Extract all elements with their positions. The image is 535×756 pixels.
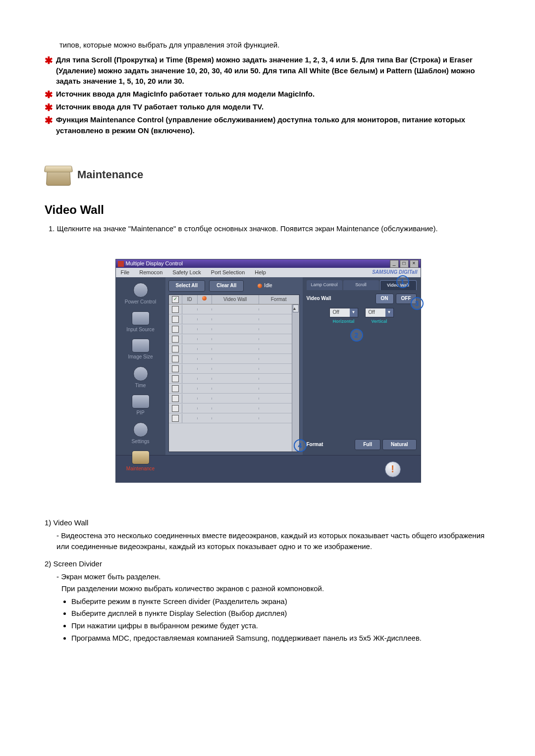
table-row[interactable] (169, 394, 299, 403)
scrollbar[interactable]: ▴ (292, 304, 299, 452)
note-row: ✱ Функция Maintenance Control (управлени… (45, 114, 490, 136)
item-1-dash: - Видеостена это несколько соединенных в… (56, 530, 490, 552)
bullet-item: Выберите режим в пункте Screen divider (… (71, 596, 490, 607)
menu-port-selection[interactable]: Port Selection (206, 269, 250, 277)
power-icon (133, 283, 148, 298)
tab-lamp-control[interactable]: Lamp Control (307, 280, 342, 290)
sidebar-item-power-control[interactable]: Power Control (121, 283, 160, 306)
scroll-thumb[interactable]: ▴ (293, 304, 299, 312)
clear-all-button[interactable]: Clear All (209, 280, 244, 292)
table-row[interactable] (169, 334, 299, 344)
sidebar-item-input-source[interactable]: Input Source (121, 311, 160, 334)
vertical-label: Vertical (371, 318, 387, 325)
chevron-down-icon: ▼ (350, 308, 358, 317)
sidebar-item-time[interactable]: Time (121, 366, 160, 390)
sidebar-item-maintenance[interactable]: Maintenance (121, 451, 160, 473)
note-text: Источник ввода для TV работает только дл… (56, 101, 490, 112)
input-source-icon (132, 311, 150, 325)
col-status[interactable] (198, 295, 212, 304)
chevron-down-icon: ▼ (385, 308, 393, 317)
divider-row: Off ▼ Horizontal Off ▼ Vertical (307, 308, 417, 325)
menu-file[interactable]: File (116, 269, 135, 277)
table-row[interactable] (169, 314, 299, 324)
sidebar: Power Control Input Source Image Size Ti… (116, 277, 165, 455)
table-row[interactable] (169, 403, 299, 413)
star-icon: ✱ (45, 90, 53, 100)
table-row[interactable] (169, 344, 299, 354)
note-row: ✱ Источник ввода для MagicInfo работает … (45, 89, 490, 100)
window-title: Multiple Display Control (126, 260, 183, 268)
sidebar-item-pip[interactable]: PIP (121, 395, 160, 417)
bullet-item: Программа MDC, предоставляемая компанией… (71, 633, 490, 644)
brand-label: SAMSUNG DIGITall (372, 269, 417, 276)
intro-text: типов, которые можно выбрать для управле… (59, 40, 490, 50)
idle-indicator: Idle (258, 282, 272, 290)
menubar: File Remocon Safety Lock Port Selection … (116, 268, 421, 277)
item-2-num: 2) (45, 559, 51, 568)
maintenance-icon (132, 451, 150, 464)
minimize-button[interactable]: _ (390, 260, 399, 268)
table-row[interactable] (169, 384, 299, 394)
sidebar-item-label: Time (135, 383, 146, 388)
col-checkbox[interactable]: ✓ (169, 295, 182, 304)
sidebar-item-label: Image Size (128, 354, 153, 359)
table-row[interactable] (169, 304, 299, 314)
format-natural-button[interactable]: Natural (382, 439, 416, 451)
display-table: ✓ ID Video Wall Format (168, 295, 300, 453)
vertical-value: Off (366, 309, 385, 316)
sidebar-item-label: Maintenance (126, 466, 155, 471)
sidebar-item-label: Settings (131, 439, 149, 444)
callout-1: 1 (396, 275, 409, 288)
format-row: Format Full Natural (307, 439, 417, 451)
videowall-label: Video Wall (307, 295, 331, 302)
section-title: Maintenance (77, 167, 143, 183)
star-icon: ✱ (45, 55, 53, 65)
step-text: 1. Щелкните на значке "Maintenance" в ст… (49, 223, 490, 234)
note-row: ✱ Источник ввода для TV работает только … (45, 101, 490, 112)
vertical-dropdown[interactable]: Off ▼ (365, 308, 394, 317)
table-row[interactable] (169, 374, 299, 384)
select-all-button[interactable]: Select All (168, 280, 206, 292)
info-icon[interactable]: ! (385, 461, 401, 477)
star-icon: ✱ (45, 102, 53, 112)
table-header: ✓ ID Video Wall Format (169, 295, 299, 305)
table-body: ▴ (169, 304, 299, 452)
videowall-on-button[interactable]: ON (375, 294, 394, 304)
menu-help[interactable]: Help (250, 269, 271, 277)
table-row[interactable] (169, 354, 299, 364)
sidebar-item-image-size[interactable]: Image Size (121, 339, 160, 361)
horizontal-label: Horizontal (333, 318, 355, 325)
section-heading: Maintenance (45, 164, 490, 186)
table-row[interactable] (169, 413, 299, 423)
notes-block: ✱ Для типа Scroll (Прокрутка) и Time (Вр… (45, 54, 490, 136)
menu-safety-lock[interactable]: Safety Lock (167, 269, 206, 277)
sidebar-item-settings[interactable]: Settings (121, 422, 160, 446)
item-1-num: 1) (45, 518, 51, 527)
col-format[interactable]: Format (259, 295, 299, 304)
col-id[interactable]: ID (182, 295, 198, 304)
right-panel: Lamp Control Scroll Video Wall 1 Video W… (303, 277, 421, 455)
bullet-item: При нажатии цифры в выбранном режиме буд… (71, 620, 490, 631)
status-bar: ! (116, 455, 421, 483)
menu-remocon[interactable]: Remocon (134, 269, 167, 277)
screenshot-container: Multiple Display Control _ □ × File Remo… (115, 259, 420, 483)
note-text: Для типа Scroll (Прокрутка) и Time (Врем… (56, 54, 490, 87)
table-row[interactable] (169, 324, 299, 334)
format-full-button[interactable]: Full (355, 439, 380, 451)
horizontal-dropdown[interactable]: Off ▼ (329, 308, 358, 317)
step-number: 1. (49, 224, 55, 233)
item-2-dash-cont: При разделении можно выбрать количество … (61, 583, 490, 594)
app-icon (118, 261, 124, 267)
col-video-wall[interactable]: Video Wall (212, 295, 259, 304)
settings-icon (133, 422, 148, 437)
table-row[interactable] (169, 364, 299, 374)
vertical-col: Off ▼ Vertical (365, 308, 394, 325)
tab-scroll[interactable]: Scroll (343, 280, 379, 290)
item-2-title: Screen Divider (54, 559, 102, 568)
bullet-item: Выберите дисплей в пункте Display Select… (71, 608, 490, 619)
action-row: Select All Clear All Idle (168, 280, 300, 292)
note-text: Функция Maintenance Control (управление … (56, 114, 490, 136)
maximize-button[interactable]: □ (400, 260, 409, 268)
videowall-toggle-row: Video Wall ON OFF (307, 294, 417, 304)
close-button[interactable]: × (410, 260, 419, 268)
